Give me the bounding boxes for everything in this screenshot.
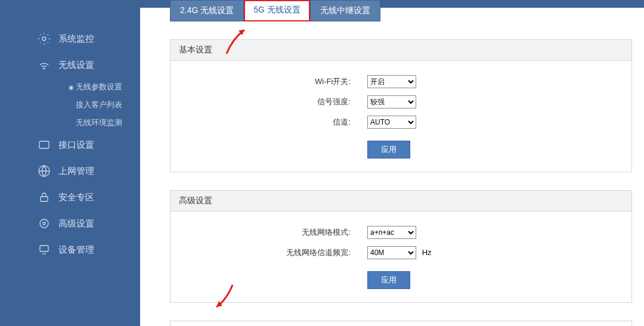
sidebar-item-wireless[interactable]: 无线设置 bbox=[0, 52, 140, 78]
mode-select[interactable]: a+n+ac bbox=[367, 226, 416, 239]
panel-basic: 基本设置 Wi-Fi开关: 开启 信号强度: 较强 信道: AUTO 应用 bbox=[170, 39, 632, 172]
lock-icon bbox=[37, 190, 51, 204]
settings-icon bbox=[37, 216, 51, 231]
panel-title: 基本设置 bbox=[171, 40, 631, 61]
apply-button-basic[interactable]: 应用 bbox=[367, 141, 410, 159]
channel-select[interactable]: AUTO bbox=[367, 116, 416, 129]
sidebar-item-label: 设备管理 bbox=[58, 244, 94, 256]
panel-advanced: 高级设置 无线网络模式: a+n+ac 无线网络信道频宽: 40M Hz 应用 bbox=[170, 190, 632, 303]
apply-button-advanced[interactable]: 应用 bbox=[367, 271, 410, 289]
sidebar-item-security[interactable]: 安全专区 bbox=[0, 184, 140, 210]
sidebar-item-label: 上网管理 bbox=[58, 166, 94, 177]
sidebar-sub-env-monitor[interactable]: 无线环境监测 bbox=[0, 114, 140, 132]
signal-label: 信号强度: bbox=[171, 97, 367, 107]
sidebar-item-label: 无线设置 bbox=[58, 60, 94, 71]
width-select[interactable]: 40M bbox=[367, 246, 416, 259]
panel-title: 高级设置 bbox=[171, 191, 631, 212]
width-suffix: Hz bbox=[422, 248, 432, 257]
sidebar-item-device[interactable]: 设备管理 bbox=[0, 237, 140, 263]
svg-point-1 bbox=[44, 68, 45, 69]
tab-5g[interactable]: 5G 无线设置 bbox=[244, 0, 310, 21]
mode-label: 无线网络模式: bbox=[171, 227, 367, 238]
width-label: 无线网络信道频宽: bbox=[171, 247, 367, 258]
globe-icon bbox=[37, 164, 51, 178]
sidebar-item-label: 接口设置 bbox=[58, 139, 94, 151]
svg-point-0 bbox=[42, 37, 46, 41]
interface-icon bbox=[37, 138, 51, 152]
svg-rect-2 bbox=[39, 141, 49, 148]
sidebar-item-interface[interactable]: 接口设置 bbox=[0, 132, 140, 158]
sidebar-item-monitor[interactable]: 系统监控 bbox=[0, 26, 140, 52]
wifi-switch-select[interactable]: 开启 bbox=[367, 75, 416, 88]
sidebar-item-label: 系统监控 bbox=[58, 33, 94, 45]
svg-point-5 bbox=[40, 219, 48, 228]
tab-24g[interactable]: 2.4G 无线设置 bbox=[170, 0, 244, 21]
sidebar: 系统监控 无线设置 无线参数设置 接入客户列表 无线环境监测 接口设置 上网管理… bbox=[0, 8, 140, 326]
sidebar-item-advanced[interactable]: 高级设置 bbox=[0, 210, 140, 237]
device-icon bbox=[37, 243, 51, 257]
svg-point-6 bbox=[43, 222, 45, 225]
wifi-switch-label: Wi-Fi开关: bbox=[171, 76, 367, 87]
panel-list: 无线网络列表 双击以下表项，可以修改选定无线网络的参数（如Wi-Fi名称、密码、… bbox=[170, 321, 632, 326]
sidebar-sub-client-list[interactable]: 接入客户列表 bbox=[0, 96, 140, 114]
sidebar-sub-wireless-params[interactable]: 无线参数设置 bbox=[0, 78, 140, 96]
signal-select[interactable]: 较强 bbox=[367, 95, 416, 108]
sidebar-item-internet[interactable]: 上网管理 bbox=[0, 158, 140, 184]
tabs: 2.4G 无线设置 5G 无线设置 无线中继设置 bbox=[170, 0, 632, 21]
sidebar-item-label: 安全专区 bbox=[58, 192, 94, 203]
wifi-icon bbox=[37, 58, 51, 72]
panel-title: 无线网络列表 bbox=[171, 321, 631, 326]
main-content: 2.4G 无线设置 5G 无线设置 无线中继设置 基本设置 Wi-Fi开关: 开… bbox=[140, 8, 644, 326]
sidebar-item-label: 高级设置 bbox=[58, 218, 94, 229]
svg-rect-7 bbox=[40, 246, 48, 252]
tab-repeater[interactable]: 无线中继设置 bbox=[310, 0, 380, 21]
gear-icon bbox=[37, 32, 51, 46]
svg-rect-4 bbox=[41, 197, 48, 201]
channel-label: 信道: bbox=[171, 117, 367, 128]
